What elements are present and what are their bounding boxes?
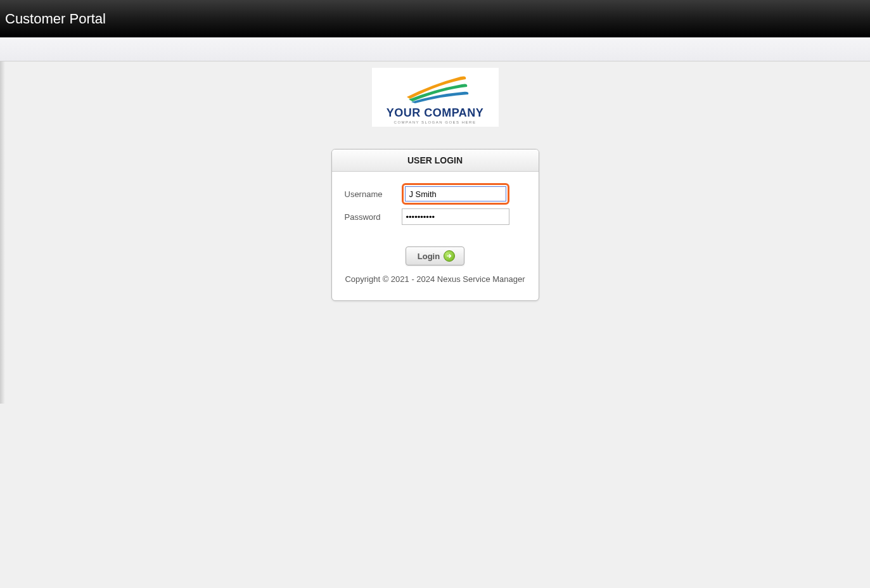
login-panel-title: USER LOGIN: [332, 150, 539, 172]
username-input[interactable]: [405, 186, 506, 201]
password-label: Password: [345, 212, 402, 222]
content-area: YOUR COMPANY COMPANY SLOGAN GOES HERE US…: [0, 61, 870, 301]
logo-tagline: COMPANY SLOGAN GOES HERE: [394, 120, 477, 124]
password-row: Password: [345, 208, 526, 225]
username-highlight: [402, 183, 509, 205]
username-row: Username: [345, 183, 526, 205]
copyright-text: Copyright © 2021 - 2024 Nexus Service Ma…: [345, 272, 526, 293]
login-button[interactable]: Login: [406, 246, 464, 265]
username-label: Username: [345, 189, 402, 199]
login-button-row: Login: [345, 229, 526, 272]
login-panel: USER LOGIN Username Password Login: [331, 149, 539, 301]
logo-swoosh-icon: [397, 70, 473, 105]
left-shadow-decoration: [0, 61, 5, 404]
login-button-label: Login: [418, 252, 440, 261]
page-title: Customer Portal: [5, 11, 106, 27]
arrow-right-circle-icon: [444, 250, 455, 262]
company-logo: YOUR COMPANY COMPANY SLOGAN GOES HERE: [372, 68, 499, 127]
sub-header-bar: [0, 37, 870, 61]
header-bar: Customer Portal: [0, 0, 870, 37]
password-input[interactable]: [402, 208, 509, 225]
logo-company-name: YOUR COMPANY: [387, 106, 484, 120]
login-panel-body: Username Password Login: [332, 172, 539, 300]
